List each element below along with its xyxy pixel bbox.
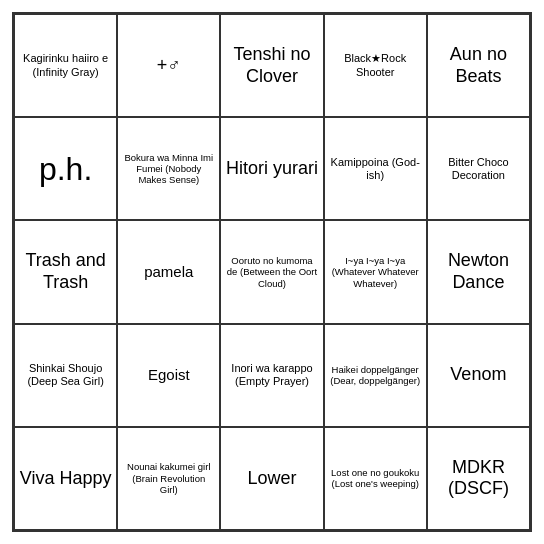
bingo-cell-r1c3: Kamippoina (God-ish) <box>324 117 427 220</box>
bingo-cell-r0c0: Kagirinku haiiro e (Infinity Gray) <box>14 14 117 117</box>
bingo-cell-r0c4: Aun no Beats <box>427 14 530 117</box>
bingo-cell-r0c1: +♂ <box>117 14 220 117</box>
bingo-cell-r4c2: Lower <box>220 427 323 530</box>
bingo-cell-r2c3: I~ya I~ya I~ya (Whatever Whatever Whatev… <box>324 220 427 323</box>
bingo-cell-r4c0: Viva Happy <box>14 427 117 530</box>
bingo-cell-r2c1: pamela <box>117 220 220 323</box>
bingo-grid: Kagirinku haiiro e (Infinity Gray)+♂Tens… <box>14 14 530 530</box>
bingo-cell-r1c0: p.h. <box>14 117 117 220</box>
bingo-cell-r3c3: Haikei doppelgänger (Dear, doppelgänger) <box>324 324 427 427</box>
bingo-cell-r2c2: Ooruto no kumoma de (Between the Oort Cl… <box>220 220 323 323</box>
bingo-cell-r0c3: Black★Rock Shooter <box>324 14 427 117</box>
bingo-card: Kagirinku haiiro e (Infinity Gray)+♂Tens… <box>12 12 532 532</box>
bingo-cell-r4c1: Nounai kakumei girl (Brain Revolution Gi… <box>117 427 220 530</box>
bingo-cell-r1c4: Bitter Choco Decoration <box>427 117 530 220</box>
bingo-cell-r2c4: Newton Dance <box>427 220 530 323</box>
bingo-cell-r1c1: Bokura wa Minna Imi Fumei (Nobody Makes … <box>117 117 220 220</box>
bingo-cell-r3c1: Egoist <box>117 324 220 427</box>
bingo-cell-r4c4: MDKR (DSCF) <box>427 427 530 530</box>
bingo-cell-r3c0: Shinkai Shoujo (Deep Sea Girl) <box>14 324 117 427</box>
bingo-cell-r4c3: Lost one no goukoku (Lost one's weeping) <box>324 427 427 530</box>
bingo-cell-r1c2: Hitori yurari <box>220 117 323 220</box>
bingo-cell-r3c4: Venom <box>427 324 530 427</box>
bingo-cell-r2c0: Trash and Trash <box>14 220 117 323</box>
bingo-cell-r0c2: Tenshi no Clover <box>220 14 323 117</box>
bingo-cell-r3c2: Inori wa karappo (Empty Prayer) <box>220 324 323 427</box>
